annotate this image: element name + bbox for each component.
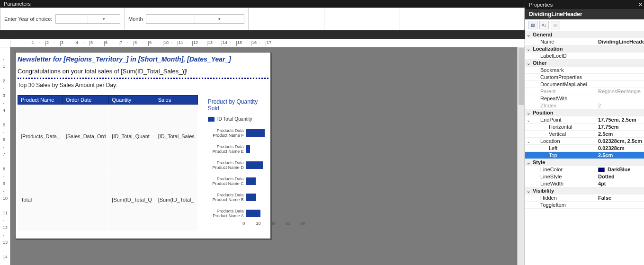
param-year-label: Enter Year of choice: [4, 16, 53, 22]
chart-bar-row: Products DataProduct Name F [210, 128, 265, 138]
report-subhead[interactable]: Top 30 Sales by Sales Amount per Day: [18, 82, 268, 88]
table-header[interactable]: Quantity [109, 96, 155, 105]
categorized-view-button[interactable]: ▤ [528, 21, 537, 29]
expand-icon[interactable]: ⌄ [525, 32, 532, 37]
property-row[interactable]: DocumentMapLabel [525, 81, 644, 88]
table-row[interactable]: Total[Sum(ID_Total_Q[Sum(ID_Total_ [18, 168, 198, 232]
report-page[interactable]: Newsletter for [Regions_Territory_] in [… [15, 52, 271, 239]
chart-bar-row: Products DataProduct Name A [210, 209, 265, 218]
property-row[interactable]: LineWidth4pt [525, 180, 644, 187]
chart-bar-row: Products DataProduct Name C [210, 177, 265, 186]
property-row[interactable]: ZIndex2 [525, 102, 644, 109]
legend-label: ID Total Quantity [217, 116, 252, 122]
param-month-combo[interactable]: ▾ [146, 14, 244, 24]
sales-table[interactable]: Product NameOrder DateQuantitySales [Pro… [18, 95, 198, 232]
expand-icon[interactable]: ⌄ [525, 110, 532, 115]
property-row[interactable]: HiddenFalse [525, 194, 644, 202]
expand-icon[interactable]: ⌄ [525, 46, 532, 52]
property-category[interactable]: ⌄Position [525, 109, 644, 116]
table-header[interactable]: Order Date [63, 96, 108, 105]
chart-bar-row: Products DataProduct Name D [210, 160, 265, 170]
chevron-down-icon: ▾ [195, 15, 244, 23]
horizontal-ruler: 1·2·3·4·5·6·7·8·9·10·11·12·13·14·15·16·1… [10, 39, 525, 47]
property-row[interactable]: NameDividingLineHeader [525, 38, 644, 45]
ruler-corner [0, 39, 10, 47]
chart-card[interactable]: Product by Quantity Sold ID Total Quanti… [205, 95, 268, 232]
sort-az-button[interactable]: A↓ [539, 21, 549, 29]
expand-icon[interactable]: ⌄ [525, 188, 532, 194]
property-category[interactable]: ⌄Style [525, 159, 644, 166]
property-category[interactable]: ⌄Localization [525, 45, 644, 53]
property-row[interactable]: LineStyleDotted [525, 173, 644, 180]
property-row[interactable]: ToggleItem [525, 202, 644, 209]
expand-icon[interactable]: ⌄ [525, 160, 532, 165]
property-row[interactable]: ⌄EndPoint17.75cm, 2.5cm [525, 116, 644, 124]
property-row[interactable]: Left0.02328cm [525, 145, 644, 152]
chart-bar-row: Products DataProduct Name B [210, 193, 265, 202]
dividing-line-header[interactable] [18, 78, 268, 79]
param-empty-3 [400, 8, 524, 30]
property-row[interactable]: LabelLocID [525, 53, 644, 60]
parameters-panel-title: Parameters [0, 0, 525, 8]
property-row[interactable]: Vertical2.5cm [525, 131, 644, 138]
property-row[interactable]: ⌄Location0.02328cm, 2.5cm [525, 138, 644, 145]
property-row[interactable]: CustomProperties [525, 74, 644, 81]
close-icon[interactable]: ✕ [638, 1, 643, 8]
chart-x-axis: 020406080 [244, 221, 265, 227]
chevron-down-icon: ▾ [88, 15, 120, 23]
property-row[interactable]: Top2.5cm [525, 152, 644, 159]
scrollbar-thumb[interactable] [519, 48, 524, 105]
expand-icon[interactable]: ⌄ [525, 61, 532, 66]
property-row[interactable]: ParentRegionsRectangle [525, 88, 644, 95]
property-category[interactable]: ⌄Visibility [525, 187, 644, 194]
legend-swatch-icon [208, 117, 215, 122]
expand-icon[interactable]: ⌄ [525, 139, 532, 144]
property-row[interactable]: RepeatWith [525, 95, 644, 102]
chart-title: Product by Quantity Sold [208, 98, 265, 112]
property-category[interactable]: ⌄Other [525, 60, 644, 67]
param-year-combo[interactable]: ▾ [55, 14, 120, 24]
design-canvas[interactable]: Newsletter for [Regions_Territory_] in [… [10, 47, 525, 265]
properties-panel-title: Properties [529, 2, 553, 8]
property-row[interactable]: Bookmark [525, 67, 644, 74]
parameters-body: Enter Year of choice: ▾ Month ▾ [0, 8, 525, 30]
report-congrats[interactable]: Congratulations on your total sales of [… [18, 68, 268, 75]
vertical-ruler: 1·2·3·4·5·6·7·8·9·10·11·12·13·14· [0, 47, 10, 265]
param-month-label: Month [128, 16, 143, 22]
canvas-scrollbar[interactable] [517, 47, 525, 265]
chart-legend: ID Total Quantity [208, 116, 265, 122]
property-row[interactable]: LineColorDarkBlue [525, 166, 644, 173]
properties-tree[interactable]: ⌄GeneralNameDividingLineHeader⌄Localizat… [525, 31, 644, 265]
table-header[interactable]: Sales [155, 96, 197, 105]
expand-icon[interactable]: ⌄ [525, 117, 532, 123]
property-category[interactable]: ⌄General [525, 31, 644, 38]
param-empty-2 [324, 8, 400, 30]
table-row[interactable]: [Products_Data_[Sales_Data_Ord[ID_Total_… [18, 105, 198, 168]
chart-bar-row: Products DataProduct Name E [210, 144, 265, 154]
properties-toolbar: ▤ A↓ ▭ [525, 19, 644, 31]
table-header[interactable]: Product Name [18, 96, 63, 105]
report-title[interactable]: Newsletter for [Regions_Territory_] in [… [18, 55, 268, 63]
properties-selected-object: DividingLineHeader [525, 9, 644, 19]
property-row[interactable]: Horizontal17.75cm [525, 124, 644, 131]
param-empty-1 [249, 8, 324, 30]
property-pages-button[interactable]: ▭ [551, 21, 560, 29]
